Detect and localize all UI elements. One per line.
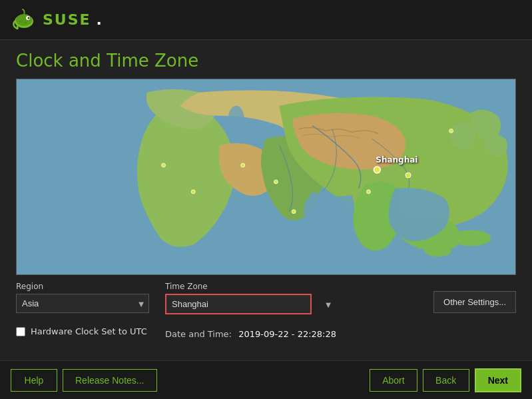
page-title: Clock and Time Zone	[16, 51, 516, 71]
svg-point-13	[292, 210, 296, 214]
timezone-field: Time Zone Shanghai Hong Kong Taipei Toky…	[165, 282, 336, 339]
shanghai-label: Shanghai	[376, 155, 417, 165]
svg-point-14	[366, 190, 370, 194]
hardware-clock-checkbox[interactable]	[16, 327, 25, 336]
logo-dot: .	[97, 11, 102, 28]
help-button[interactable]: Help	[11, 369, 57, 392]
timezone-select[interactable]: Shanghai Hong Kong Taipei Tokyo Seoul Si…	[165, 294, 312, 314]
svg-point-8	[425, 246, 451, 256]
region-select-wrapper[interactable]: Asia Africa Americas Antarctica Arctic O…	[16, 294, 149, 313]
svg-point-15	[449, 129, 453, 133]
svg-point-10	[405, 173, 411, 178]
datetime-info: Date and Time: 2019-09-22 - 22:28:28	[165, 329, 336, 339]
controls-area: Region Asia Africa Americas Antarctica A…	[16, 275, 516, 339]
abort-button[interactable]: Abort	[370, 369, 417, 392]
next-button[interactable]: Next	[475, 368, 521, 392]
region-label: Region	[16, 282, 149, 291]
right-controls: Other Settings...	[433, 275, 516, 313]
suse-logo-icon	[11, 7, 37, 33]
world-map[interactable]: Shanghai	[16, 79, 516, 275]
svg-point-12	[274, 180, 278, 184]
back-button[interactable]: Back	[423, 369, 469, 392]
suse-logo: SUSE.	[11, 7, 102, 33]
other-settings-button[interactable]: Other Settings...	[433, 291, 516, 313]
datetime-label: Date and Time:	[165, 329, 232, 339]
svg-point-17	[191, 190, 195, 194]
svg-point-18	[162, 163, 166, 167]
header: SUSE.	[0, 0, 532, 40]
timezone-select-wrapper[interactable]: Shanghai Hong Kong Taipei Tokyo Seoul Si…	[165, 294, 336, 314]
svg-point-5	[24, 21, 27, 23]
region-select[interactable]: Asia Africa Americas Antarctica Arctic O…	[16, 294, 149, 313]
footer: Help Release Notes... Abort Back Next	[0, 360, 532, 399]
svg-point-16	[241, 163, 245, 167]
svg-point-4	[19, 20, 22, 22]
map-svg	[17, 79, 515, 274]
hardware-clock-label[interactable]: Hardware Clock Set to UTC	[31, 326, 147, 336]
svg-point-7	[451, 230, 491, 246]
hardware-clock-row: Hardware Clock Set to UTC	[16, 326, 149, 336]
logo-text: SUSE	[43, 11, 91, 28]
region-field: Region Asia Africa Americas Antarctica A…	[16, 282, 149, 339]
timezone-label: Time Zone	[165, 282, 336, 291]
left-controls: Region Asia Africa Americas Antarctica A…	[16, 275, 336, 339]
svg-point-3	[28, 17, 30, 19]
release-notes-button[interactable]: Release Notes...	[63, 369, 157, 392]
svg-point-1	[16, 14, 32, 26]
svg-point-11	[374, 167, 380, 173]
datetime-value: 2019-09-22 - 22:28:28	[238, 329, 336, 339]
svg-point-9	[228, 106, 244, 133]
main-content: Clock and Time Zone	[0, 40, 532, 360]
